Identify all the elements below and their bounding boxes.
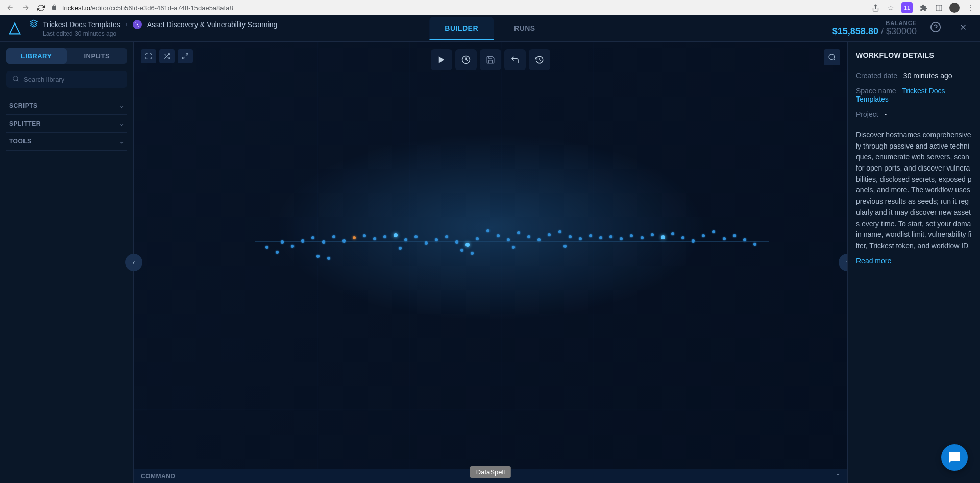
search-icon [12,75,19,84]
last-edited: Last edited 30 minutes ago [43,30,277,37]
svg-point-3 [136,23,138,25]
sidebar-tabs: LIBRARY INPUTS [6,48,127,64]
command-label: COMMAND [141,473,176,480]
chevron-down-icon: ⌄ [119,138,125,145]
action-toolbar [431,49,550,70]
svg-line-13 [164,54,166,55]
sidebar-tab-inputs[interactable]: INPUTS [67,48,128,64]
balance: BALANCE $15,858.80 / $30000 [832,20,917,37]
shuffle-icon[interactable] [159,49,175,63]
details-title: WORKFLOW DETAILS [856,51,972,59]
workflow-graph[interactable] [255,220,769,261]
sidebar: LIBRARY INPUTS SCRIPTS ⌄ SPLITTER ⌄ TOOL… [0,42,134,483]
svg-line-10 [17,80,19,82]
chevron-down-icon: ⌄ [119,120,125,127]
workflow-icon [133,20,142,29]
star-icon[interactable]: ☆ [886,3,895,12]
sidebar-section-splitter[interactable]: SPLITTER ⌄ [6,115,127,133]
tab-builder[interactable]: BUILDER [429,17,494,40]
help-icon[interactable] [926,19,945,37]
read-more[interactable]: Read more [856,257,972,265]
created-value: 30 minutes ago [903,71,952,80]
chevron-up-icon[interactable]: ⌃ [836,473,841,479]
app-header: Trickest Docs Templates › Asset Discover… [0,15,980,42]
nav-back-icon[interactable] [5,3,15,13]
svg-line-14 [186,54,188,56]
svg-marker-2 [10,23,20,34]
search-input[interactable] [23,76,121,83]
space-icon [30,19,38,29]
svg-point-9 [13,76,18,81]
schedule-icon[interactable] [455,49,477,70]
expand-icon[interactable] [178,49,193,63]
balance-sep: / [878,26,886,36]
breadcrumb-space[interactable]: Trickest Docs Templates [43,20,120,29]
logo-icon[interactable] [8,22,21,35]
tab-runs[interactable]: RUNS [499,17,551,40]
lock-icon [51,4,57,12]
url-bar[interactable]: trickest.io/editor/cc5b56fd-e3d6-461d-a7… [62,4,866,12]
share-icon[interactable] [871,3,880,12]
search-box[interactable] [6,71,127,88]
project-label: Project [856,110,878,118]
chevron-down-icon: ⌄ [119,103,125,109]
chat-icon[interactable] [941,444,968,471]
svg-point-4 [135,22,136,23]
svg-point-5 [138,26,139,27]
space-label: Space name [856,87,896,95]
panel-icon[interactable] [934,3,943,12]
avatar[interactable] [949,3,960,13]
sidebar-tab-library[interactable]: LIBRARY [6,48,67,64]
canvas-view-toolbar [141,49,193,63]
created-label: Created date [856,71,897,80]
undo-icon[interactable] [504,49,526,70]
save-icon[interactable] [480,49,501,70]
balance-label: BALANCE [832,20,917,26]
browser-chrome: trickest.io/editor/cc5b56fd-e3d6-461d-a7… [0,0,980,15]
balance-current: $15,858.80 [832,26,878,36]
nav-reload-icon[interactable] [36,3,46,13]
chevron-right-icon: › [126,21,128,28]
svg-line-17 [834,59,835,60]
sidebar-section-tools[interactable]: TOOLS ⌄ [6,133,127,151]
breadcrumb-workflow[interactable]: Asset Discovery & Vulnerability Scanning [147,20,278,29]
svg-line-15 [183,57,185,59]
ext-icon[interactable]: 11 [901,2,913,13]
canvas[interactable]: ‹ › [134,42,847,483]
balance-total: $30000 [886,26,917,36]
svg-marker-18 [439,56,445,63]
canvas-search-icon[interactable] [824,49,840,65]
fullscreen-icon[interactable] [141,49,156,63]
tooltip: DataSpell [470,466,511,478]
collapse-left-icon[interactable]: ‹ [125,254,142,271]
project-value: - [884,110,887,118]
breadcrumb: Trickest Docs Templates › Asset Discover… [30,19,277,37]
puzzle-icon[interactable] [919,3,928,12]
close-icon[interactable] [954,20,972,36]
sidebar-section-scripts[interactable]: SCRIPTS ⌄ [6,97,127,115]
details-panel: WORKFLOW DETAILS Created date 30 minutes… [847,42,980,483]
header-tabs: BUILDER RUNS [429,17,550,40]
svg-rect-0 [936,5,941,10]
more-icon[interactable]: ⋮ [966,3,975,12]
description: Discover hostnames comprehensively throu… [856,130,972,252]
svg-point-16 [829,54,835,60]
nav-forward-icon[interactable] [20,3,31,13]
play-icon[interactable] [431,49,452,70]
history-icon[interactable] [529,49,550,70]
